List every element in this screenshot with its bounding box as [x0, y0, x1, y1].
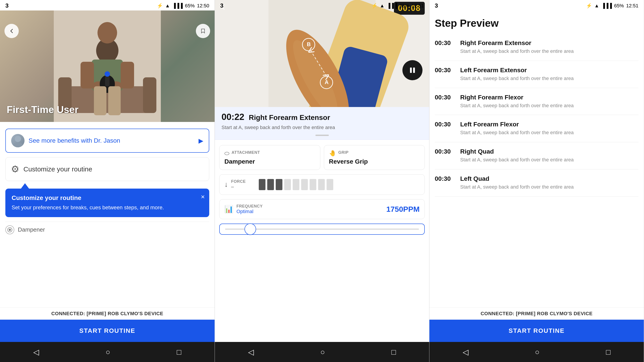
signal-icon-1: ▐▐▐	[172, 3, 183, 9]
force-bar-5	[293, 179, 299, 190]
attachment-label: ATTACHMENT	[232, 150, 260, 155]
step-name-2: Left Forearm Extensor	[460, 67, 574, 74]
s2-info-top: 00:22 Right Forearm Extensor	[222, 112, 422, 122]
step-item-4[interactable]: 00:30 Left Forearm Flexor Start at A, sw…	[435, 115, 638, 142]
svg-point-13	[104, 71, 110, 77]
nav-back-icon-3[interactable]: ◁	[463, 348, 468, 357]
bookmark-button-1[interactable]	[196, 24, 210, 38]
signal-icon-2: ▐▐▐	[387, 3, 397, 9]
grip-value: Reverse Grip	[329, 158, 368, 165]
step-desc-5: Start at A, sweep back and forth over th…	[460, 156, 574, 163]
grip-icon: 🤚	[329, 150, 336, 157]
attachment-card[interactable]: ⬭ ATTACHMENT Dampener	[219, 145, 320, 170]
connected-bar-3: CONNECTED: [PRIME] ROB CLYMO'S DEVICE	[430, 307, 644, 320]
freq-value: 1750PPM	[386, 205, 420, 214]
svg-text:A: A	[325, 79, 328, 85]
drag-handle[interactable]	[316, 135, 329, 136]
svg-text:B: B	[307, 41, 311, 47]
status-bar-3: 3 ⚡ ▲ ▐▐▐ 65% 12:51	[430, 0, 644, 10]
nav-recent-icon-1[interactable]: □	[177, 348, 181, 357]
dr-jason-card[interactable]: See more benefits with Dr. Jason ▶	[5, 129, 209, 153]
s2-controls: ⬭ ATTACHMENT Dampener 🤚 GRIP Reverse Gri…	[215, 140, 429, 342]
step-item-3[interactable]: 00:30 Right Forearm Flexor Start at A, s…	[435, 88, 638, 115]
hero-title-1: First-Time User	[7, 104, 78, 115]
svg-point-5	[98, 22, 117, 43]
step-desc-2: Start at A, sweep back and forth over th…	[460, 75, 574, 82]
freq-sublabel: Optimal	[236, 209, 263, 214]
svg-rect-31	[413, 67, 415, 73]
nav-recent-icon-3[interactable]: □	[606, 348, 610, 357]
force-row: ↓ FORCE –	[224, 179, 420, 190]
force-bar-3	[276, 179, 282, 190]
force-bar-7	[310, 179, 316, 190]
freq-left: 📊 FREQUENCY Optimal	[224, 204, 263, 214]
tooltip-arrow	[21, 183, 29, 189]
arm-illustration: A B	[215, 0, 429, 107]
screen-2: 3 ⚡ ▲ ▐▐▐ 65% 12:51 00:08	[214, 0, 429, 362]
step-info-1: Right Forearm Extensor Start at A, sweep…	[460, 39, 574, 55]
freq-card[interactable]: 📊 FREQUENCY Optimal 1750PPM	[219, 199, 425, 219]
tooltip-title: Customize your routine	[12, 194, 203, 202]
nav-recent-icon-2[interactable]: □	[391, 348, 396, 357]
nav-home-icon-1[interactable]: ○	[106, 348, 110, 357]
svg-point-16	[15, 136, 21, 142]
signal-icon-3: ▐▐▐	[602, 3, 612, 9]
dampener-icon	[5, 225, 14, 234]
battery-2: 65%	[400, 3, 409, 9]
bluetooth-icon-2: ⚡	[372, 3, 378, 9]
exercise-desc: Start at A, sweep back and forth over th…	[222, 124, 422, 131]
s1-content: See more benefits with Dr. Jason ▶ ⚙ Cus…	[0, 122, 214, 307]
connected-bar-1: CONNECTED: [PRIME] ROB CLYMO'S DEVICE	[0, 307, 214, 320]
status-bar-1: 3 ⚡ ▲ ▐▐▐ 65% 12:50	[0, 0, 214, 10]
force-bars	[259, 179, 333, 190]
status-icons-1: ⚡ ▲ ▐▐▐ 65% 12:50	[157, 3, 209, 9]
nav-back-icon-1[interactable]: ◁	[33, 348, 39, 357]
nav-back-icon-2[interactable]: ◁	[248, 348, 254, 357]
slider-thumb[interactable]	[244, 223, 256, 235]
svg-rect-3	[143, 77, 156, 113]
slider-card[interactable]	[219, 224, 425, 235]
step-time-4: 00:30	[435, 121, 455, 128]
nav-home-icon-2[interactable]: ○	[320, 348, 325, 357]
customize-card[interactable]: ⚙ Customize your routine	[5, 157, 209, 181]
back-button-1[interactable]	[4, 24, 19, 38]
wifi-icon-1: ▲	[165, 3, 170, 9]
step-name-4: Left Forearm Flexor	[460, 121, 574, 128]
step-time-1: 00:30	[435, 39, 455, 46]
step-list: 00:30 Right Forearm Extensor Start at A,…	[435, 34, 638, 197]
step-item-5[interactable]: 00:30 Right Quad Start at A, sweep back …	[435, 142, 638, 169]
tooltip-close-btn[interactable]: ×	[201, 193, 205, 201]
status-icons-3: ⚡ ▲ ▐▐▐ 65% 12:51	[586, 3, 638, 9]
grip-card[interactable]: 🤚 GRIP Reverse Grip	[324, 145, 425, 170]
status-number-3: 3	[435, 2, 438, 9]
tooltip-container: × Customize your routine Set your prefer…	[5, 183, 209, 217]
start-routine-btn-3[interactable]: START ROUTINE	[430, 320, 644, 342]
dr-jason-card-left: See more benefits with Dr. Jason	[11, 134, 120, 147]
force-bar-4	[284, 179, 291, 190]
nav-home-icon-3[interactable]: ○	[535, 348, 540, 357]
svg-rect-14	[94, 86, 106, 115]
freq-icon: 📊	[224, 205, 233, 213]
exercise-name: Right Forearm Extensor	[249, 113, 330, 122]
step-time-5: 00:30	[435, 148, 455, 155]
force-card[interactable]: ↓ FORCE –	[219, 174, 425, 195]
start-routine-btn-1[interactable]: START ROUTINE	[0, 320, 214, 342]
force-label: FORCE	[231, 179, 256, 184]
battery-1: 65%	[185, 3, 195, 9]
force-bar-1	[259, 179, 266, 190]
page-title-3: Step Preview	[435, 17, 638, 29]
screen-1: 3 ⚡ ▲ ▐▐▐ 65% 12:50	[0, 0, 214, 362]
step-item-1[interactable]: 00:30 Right Forearm Extensor Start at A,…	[435, 34, 638, 61]
force-label-area: FORCE –	[231, 179, 256, 190]
force-value: –	[231, 184, 256, 190]
svg-rect-12	[105, 75, 110, 86]
step-item-6[interactable]: 00:30 Left Quad Start at A, sweep back a…	[435, 169, 638, 197]
tooltip-body: Set your preferences for breaks, cues be…	[12, 204, 203, 211]
step-item-2[interactable]: 00:30 Left Forearm Extensor Start at A, …	[435, 61, 638, 88]
slider-track[interactable]	[225, 229, 419, 230]
step-desc-6: Start at A, sweep back and forth over th…	[460, 184, 574, 191]
pause-button[interactable]	[402, 60, 422, 80]
step-time-2: 00:30	[435, 67, 455, 74]
svg-rect-8	[121, 62, 134, 88]
step-time-6: 00:30	[435, 175, 455, 182]
